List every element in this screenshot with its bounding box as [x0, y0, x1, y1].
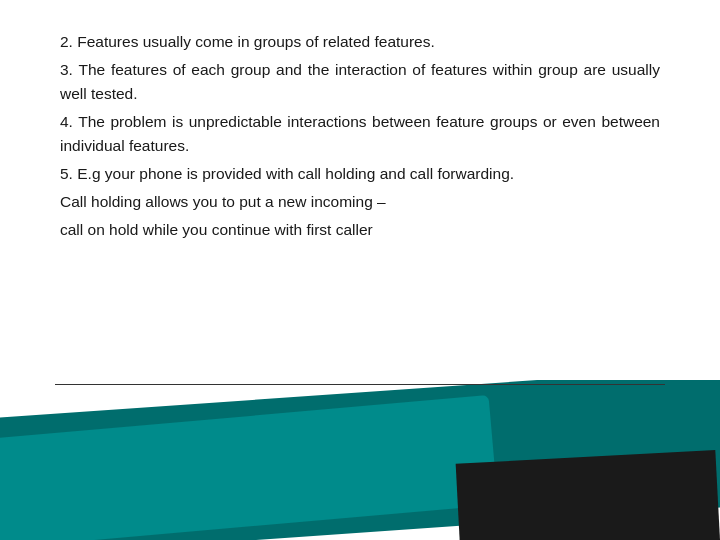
paragraph-2: 3. The features of each group and the in… [60, 58, 660, 106]
paragraph-4: 5. E.g your phone is provided with call … [60, 162, 660, 186]
content-area: 2. Features usually come in groups of re… [0, 0, 720, 266]
content-text: 2. Features usually come in groups of re… [60, 30, 660, 242]
paragraph-6: call on hold while you continue with fir… [60, 218, 660, 242]
paragraph-3: 4. The problem is unpredictable interact… [60, 110, 660, 158]
slide-container: 2. Features usually come in groups of re… [0, 0, 720, 540]
paragraph-5: Call holding allows you to put a new inc… [60, 190, 660, 214]
dark-block [456, 450, 720, 540]
bottom-decoration [0, 380, 720, 540]
divider-line [55, 384, 665, 386]
paragraph-1: 2. Features usually come in groups of re… [60, 30, 660, 54]
